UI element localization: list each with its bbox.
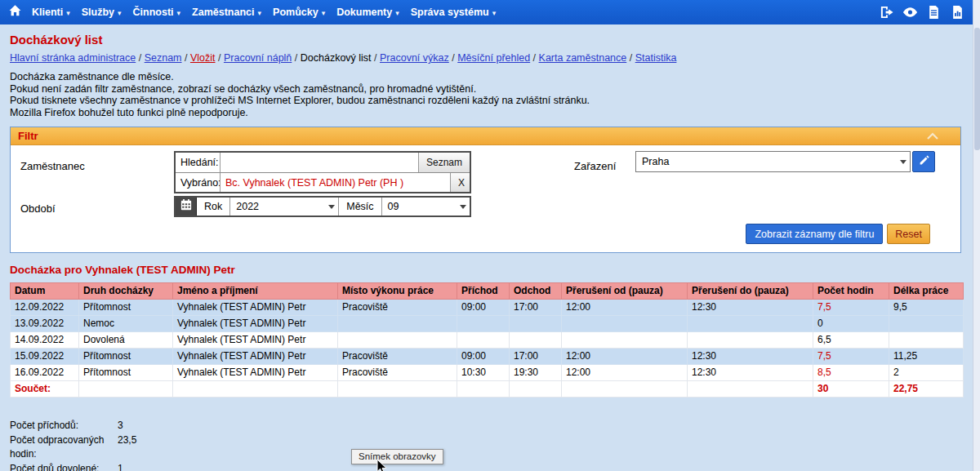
table-cell: Pracoviště: [338, 300, 457, 316]
sum-cell: [338, 381, 457, 398]
home-icon: [8, 4, 22, 20]
breadcrumb-separator: /: [136, 52, 144, 64]
logout-icon[interactable]: [879, 5, 894, 20]
table-cell: [889, 316, 964, 332]
home-button[interactable]: [3, 1, 26, 24]
attendance-heading: Docházka pro Vyhnalek (TEST ADMIN) Petr: [10, 264, 961, 276]
summary-label: Počet odpracovaných hodin:: [10, 433, 118, 462]
table-cell: 17:00: [510, 300, 562, 316]
summary-line: Počet odpracovaných hodin:23,5: [10, 433, 961, 462]
employee-label: Zaměstnanec: [20, 160, 85, 172]
nav-item-sluzby[interactable]: Služby▾: [76, 0, 127, 24]
show-records-button[interactable]: Zobrazit záznamy dle filtru: [746, 224, 883, 244]
table-row: 12.09.2022PřítomnostVyhnalek (TEST ADMIN…: [11, 300, 964, 316]
breadcrumb-item-6[interactable]: Pracovní výkaz: [380, 52, 449, 64]
column-header: Přerušení od (pauza): [562, 283, 688, 300]
file-report-icon[interactable]: [950, 5, 965, 20]
reset-button[interactable]: Reset: [887, 224, 930, 244]
seznam-button[interactable]: Seznam: [418, 153, 470, 172]
zarazeni-selected-value: Praha: [636, 156, 896, 167]
table-cell: [889, 332, 964, 349]
table-cell: Pracoviště: [338, 349, 457, 365]
chevron-down-icon: [456, 198, 470, 216]
column-header: Odchod: [510, 283, 562, 300]
page-content: Docházkový list Hlavní stránka administr…: [0, 24, 973, 471]
description-line: Docházka zaměstnance dle měsíce.: [10, 71, 961, 83]
table-cell: 11,25: [889, 349, 964, 365]
table-cell: [688, 332, 813, 349]
table-cell: [688, 316, 813, 332]
file-text-icon[interactable]: [926, 5, 942, 20]
tooltip: Snímek obrazovky: [351, 449, 443, 464]
table-cell: 12.09.2022: [11, 300, 79, 316]
summary-label: Počet příchodů:: [10, 419, 118, 433]
calendar-icon: [180, 199, 192, 214]
table-cell: 14.09.2022: [11, 332, 79, 349]
sum-cell: [562, 381, 688, 398]
breadcrumb-separator: /: [182, 52, 190, 64]
breadcrumb-item-7[interactable]: Měsíční přehled: [457, 52, 530, 64]
breadcrumb-item-5: Docházkový list: [301, 52, 372, 64]
table-cell: [338, 332, 457, 349]
page-description: Docházka zaměstnance dle měsíce.Pokud ne…: [10, 71, 961, 118]
breadcrumb-separator: /: [372, 52, 380, 64]
scrollbar-thumb[interactable]: [974, 28, 980, 150]
nav-item-label: Činnosti: [133, 7, 174, 18]
chevron-down-icon: ▾: [177, 9, 181, 17]
chevron-down-icon: ▾: [492, 9, 497, 17]
breadcrumb-item-2[interactable]: Seznam: [145, 52, 182, 64]
table-header-row: DatumDruh docházkyJméno a příjmeníMísto …: [11, 283, 964, 300]
nav-item-cinnosti[interactable]: Činnosti▾: [127, 0, 187, 24]
table-cell: [562, 332, 688, 349]
table-cell: Vyhnalek (TEST ADMIN) Petr: [173, 365, 338, 381]
nav-item-label: Pomůcky: [273, 7, 318, 18]
breadcrumb-item-1[interactable]: Hlavní stránka administrace: [10, 52, 136, 64]
table-cell: 13.09.2022: [11, 316, 79, 332]
table-cell: Vyhnalek (TEST ADMIN) Petr: [173, 332, 338, 349]
zarazeni-select[interactable]: Praha: [635, 151, 911, 172]
nav-item-pomucky[interactable]: Pomůcky▾: [267, 0, 331, 24]
pencil-icon: [919, 155, 929, 168]
table-row: 15.09.2022PřítomnostVyhnalek (TEST ADMIN…: [11, 349, 964, 365]
sum-cell: 22,75: [889, 381, 964, 398]
table-cell: Nemoc: [79, 316, 173, 332]
chevron-up-icon[interactable]: [927, 132, 953, 140]
calendar-button[interactable]: [176, 198, 197, 216]
clear-selection-button[interactable]: X: [450, 173, 470, 192]
scrollbar[interactable]: [973, 0, 980, 471]
table-cell: 17:00: [510, 349, 562, 365]
filter-header[interactable]: Filtr: [11, 127, 960, 145]
chevron-down-icon: ▾: [258, 9, 262, 17]
navbar-icons: [879, 5, 977, 20]
table-cell: [338, 316, 457, 332]
year-select[interactable]: 2022: [230, 198, 339, 216]
breadcrumb-separator: /: [292, 52, 300, 64]
selected-label: Vybráno:: [176, 173, 220, 192]
table-cell: 09:00: [457, 349, 510, 365]
period-group: Rok 2022 Měsíc 09: [174, 196, 471, 217]
eye-icon[interactable]: [902, 5, 918, 20]
description-line: Mozilla Firefox bohužel tuto funkci plně…: [10, 107, 961, 119]
month-select[interactable]: 09: [382, 198, 470, 216]
breadcrumb-item-4[interactable]: Pracovní náplň: [224, 52, 292, 64]
main-menu: Klienti▾Služby▾Činnosti▾Zaměstnanci▾Pomů…: [26, 0, 501, 24]
employee-search-input[interactable]: [220, 153, 418, 172]
table-cell: 9,5: [889, 300, 964, 316]
nav-item-sprava-systemu[interactable]: Správa systému▾: [405, 0, 501, 24]
summary-line: Počet příchodů:3: [10, 419, 961, 433]
breadcrumb-item-9[interactable]: Statistika: [635, 52, 677, 64]
breadcrumb-item-8[interactable]: Karta zaměstnance: [539, 52, 627, 64]
table-cell: 09:00: [457, 300, 510, 316]
nav-item-label: Zaměstnanci: [192, 7, 254, 18]
filter-buttons: Zobrazit záznamy dle filtru Reset: [746, 224, 930, 244]
edit-zarazeni-button[interactable]: [912, 151, 935, 172]
breadcrumb-separator: /: [449, 52, 457, 64]
nav-item-zamestnanci[interactable]: Zaměstnanci▾: [186, 0, 267, 24]
nav-item-label: Služby: [82, 7, 114, 18]
nav-item-dokumenty[interactable]: Dokumenty▾: [331, 0, 405, 24]
obdobi-label: Období: [20, 202, 56, 215]
nav-item-klienti[interactable]: Klienti▾: [26, 0, 76, 24]
column-header: Datum: [11, 283, 79, 300]
filter-body: Zaměstnanec Hledání: Seznam Vybráno: Bc.…: [11, 145, 960, 252]
breadcrumb-item-3[interactable]: Vložit: [190, 52, 216, 64]
